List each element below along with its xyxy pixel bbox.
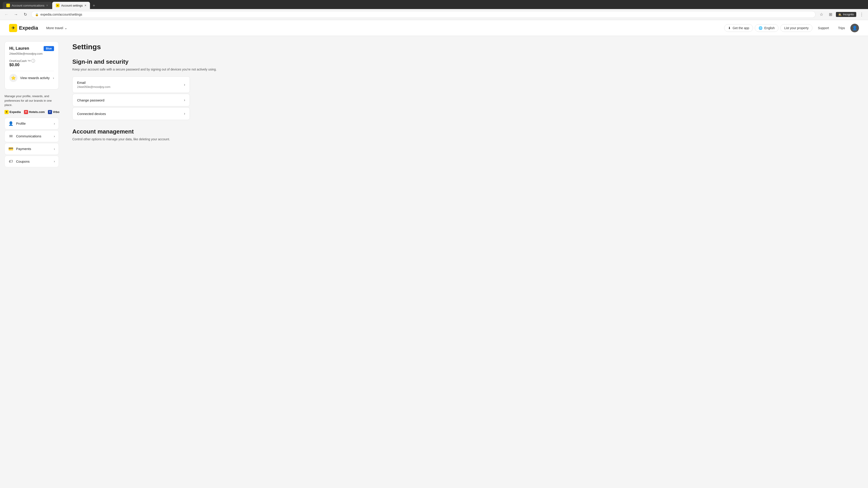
rewards-chevron-icon: › <box>53 76 54 80</box>
language-label: English <box>764 26 775 30</box>
browser-actions: ☆ ⊞ 🕵 Incognito ⋮ <box>818 11 865 18</box>
main-container: Hi, Lauren Blue 24ee050e@moodjoy.com One… <box>0 36 868 488</box>
email-item-chevron-icon: › <box>184 83 185 87</box>
get-app-label: Get the app <box>733 26 749 30</box>
sidebar-item-coupons[interactable]: 🏷 Coupons › <box>4 156 59 167</box>
expedia-brand-icon: ✈ <box>4 110 8 114</box>
sign-in-security-desc: Keep your account safe with a secure pas… <box>72 67 859 72</box>
support-label: Support <box>818 26 829 30</box>
email-item[interactable]: Email 24ee050e@moodjoy.com › <box>72 76 190 93</box>
reload-button[interactable]: ↻ <box>22 11 29 18</box>
back-button[interactable]: ← <box>3 11 10 18</box>
site-header: ✈ Expedia More travel ⌄ ⬇ Get the app 🌐 … <box>0 20 868 36</box>
expedia-brand-label: Expedia <box>9 110 21 113</box>
logo-icon: ✈ <box>9 24 17 32</box>
new-tab-button[interactable]: + <box>90 2 97 9</box>
connected-devices-label: Connected devices <box>77 112 106 116</box>
vrbo-brand-icon: V <box>48 110 52 114</box>
user-avatar-button[interactable]: 👤 <box>850 24 859 32</box>
sign-in-items: Email 24ee050e@moodjoy.com › Change pass… <box>72 76 190 120</box>
expedia-brand: ✈ Expedia <box>4 110 21 114</box>
forward-button[interactable]: → <box>12 11 20 18</box>
coupons-label: Coupons <box>16 160 30 163</box>
user-avatar-icon: 👤 <box>852 26 857 31</box>
email-item-left: Email 24ee050e@moodjoy.com <box>77 80 110 89</box>
account-management-section: Account management Control other options… <box>72 128 859 142</box>
list-property-button[interactable]: List your property <box>780 24 812 32</box>
tab-1-close-icon[interactable]: × <box>46 4 48 7</box>
rewards-text: View rewards activity <box>20 76 50 80</box>
header-right: ⬇ Get the app 🌐 English List your proper… <box>724 24 859 32</box>
tm-superscript: TM <box>28 60 31 62</box>
more-travel-label: More travel <box>46 26 63 30</box>
lock-icon: 🔒 <box>35 13 39 16</box>
sidebar: Hi, Lauren Blue 24ee050e@moodjoy.com One… <box>0 36 63 488</box>
user-card-header: Hi, Lauren Blue <box>9 46 54 51</box>
user-greeting: Hi, Lauren <box>9 46 29 51</box>
email-item-label: Email <box>77 80 110 85</box>
payments-chevron-icon: › <box>54 147 55 151</box>
info-icon[interactable]: i <box>31 59 35 63</box>
url-text: expedia.com/account/settings <box>40 13 812 16</box>
tab-2-close-icon[interactable]: × <box>85 4 86 7</box>
sidebar-nav: 👤 Profile › ✉ Communications › 💳 Payment… <box>4 118 59 167</box>
sign-in-security-section: Sign-in and security Keep your account s… <box>72 58 859 120</box>
sidebar-item-payments-left: 💳 Payments <box>8 147 31 151</box>
connected-devices-chevron-icon: › <box>184 111 185 116</box>
connected-devices-item[interactable]: Connected devices › <box>72 107 190 120</box>
communications-icon: ✉ <box>8 134 13 139</box>
rewards-link[interactable]: ⭐ View rewards activity › <box>9 71 54 85</box>
payments-label: Payments <box>16 147 31 151</box>
cash-amount: $0.00 <box>9 63 54 67</box>
communications-chevron-icon: › <box>54 134 55 138</box>
logo-text: Expedia <box>19 25 38 31</box>
profile-label: Profile <box>16 122 26 125</box>
connected-devices-item-left: Connected devices <box>77 112 106 116</box>
browser-tab-2[interactable]: ✈ Account settings × <box>52 2 90 9</box>
brand-logos: ✈ Expedia H Hotels.com V Vrbo <box>4 110 59 114</box>
support-button[interactable]: Support <box>814 24 833 32</box>
list-property-label: List your property <box>784 26 809 30</box>
tab-1-favicon: ✈ <box>6 4 10 7</box>
incognito-badge: 🕵 Incognito <box>836 12 856 17</box>
address-bar-row: ← → ↻ 🔒 expedia.com/account/settings ☆ ⊞… <box>0 9 868 20</box>
communications-label: Communications <box>16 134 41 138</box>
expedia-logo[interactable]: ✈ Expedia <box>9 24 38 32</box>
sign-in-security-title: Sign-in and security <box>72 58 859 65</box>
email-item-value: 24ee050e@moodjoy.com <box>77 85 110 89</box>
user-email: 24ee050e@moodjoy.com <box>9 52 54 55</box>
content-area: Settings Sign-in and security Keep your … <box>63 36 868 488</box>
bookmark-button[interactable]: ☆ <box>818 11 825 18</box>
get-app-button[interactable]: ⬇ Get the app <box>724 24 753 32</box>
vrbo-brand-label: Vrbo <box>53 110 59 113</box>
hotels-brand: H Hotels.com <box>24 110 45 114</box>
more-travel-button[interactable]: More travel ⌄ <box>43 24 70 32</box>
sidebar-item-communications[interactable]: ✉ Communications › <box>4 130 59 142</box>
sidebar-item-profile-left: 👤 Profile <box>8 121 26 126</box>
browser-chrome: ✈ Account communications × ✈ Account set… <box>0 0 868 20</box>
hotels-brand-icon: H <box>24 110 28 114</box>
browser-tab-1[interactable]: ✈ Account communications × <box>3 2 52 9</box>
change-password-chevron-icon: › <box>184 98 185 102</box>
one-key-label: OneKeyCash TM i <box>9 59 54 63</box>
trips-button[interactable]: Trips <box>834 24 848 32</box>
menu-button[interactable]: ⋮ <box>858 11 865 18</box>
language-button[interactable]: 🌐 English <box>755 24 778 32</box>
profile-chevron-icon: › <box>54 122 55 125</box>
user-card: Hi, Lauren Blue 24ee050e@moodjoy.com One… <box>4 41 59 90</box>
sidebar-item-communications-left: ✉ Communications <box>8 134 41 139</box>
tier-badge: Blue <box>43 46 54 51</box>
more-travel-chevron-icon: ⌄ <box>64 26 67 30</box>
extend-button[interactable]: ⊞ <box>827 11 834 18</box>
address-bar[interactable]: 🔒 expedia.com/account/settings <box>31 11 815 18</box>
hotels-brand-label: Hotels.com <box>29 110 45 113</box>
sidebar-item-payments[interactable]: 💳 Payments › <box>4 143 59 155</box>
vrbo-brand: V Vrbo <box>48 110 59 114</box>
tab-1-title: Account communications <box>12 4 44 7</box>
sidebar-item-profile[interactable]: 👤 Profile › <box>4 118 59 129</box>
change-password-label: Change password <box>77 98 104 102</box>
profile-icon: 👤 <box>8 121 13 126</box>
manage-text: Manage your profile, rewards, and prefer… <box>4 94 59 107</box>
change-password-item[interactable]: Change password › <box>72 94 190 106</box>
payments-icon: 💳 <box>8 147 13 151</box>
